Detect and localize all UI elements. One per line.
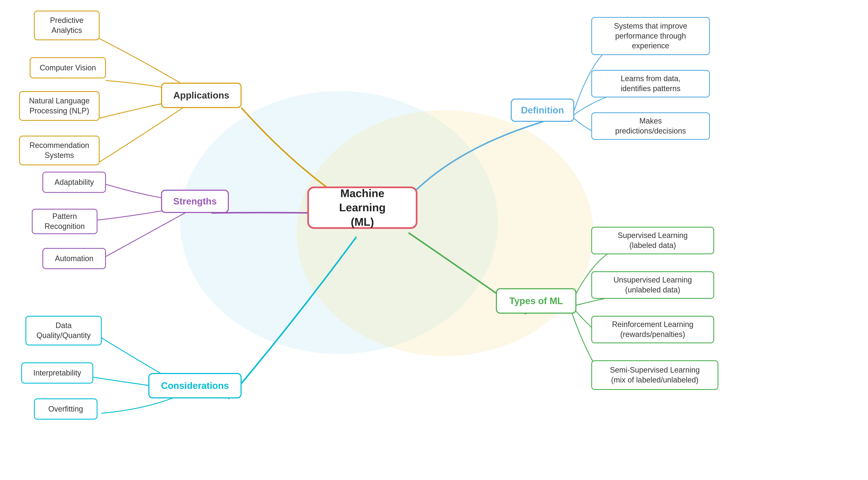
leaf-predictive-analytics: Predictive Analytics <box>34 10 100 40</box>
branch-strengths-label: Strengths <box>173 195 217 207</box>
branch-definition: Definition <box>511 98 574 122</box>
branch-types: Types of ML <box>496 288 577 313</box>
branch-strengths: Strengths <box>161 190 229 213</box>
branch-applications: Applications <box>161 83 242 108</box>
leaf-automation: Automation <box>42 248 106 269</box>
leaf-nlp: Natural Language Processing (NLP) <box>19 91 100 121</box>
center-label: Machine Learning (ML) <box>319 186 405 229</box>
branch-considerations-label: Considerations <box>161 380 229 392</box>
leaf-reinforcement: Reinforcement Learning (rewards/penaltie… <box>591 316 714 343</box>
branch-definition-label: Definition <box>521 104 564 116</box>
branch-considerations: Considerations <box>148 373 242 398</box>
center-node: Machine Learning (ML) <box>307 186 417 229</box>
leaf-supervised: Supervised Learning (labeled data) <box>591 227 714 254</box>
leaf-semi-supervised: Semi-Supervised Learning (mix of labeled… <box>591 360 718 390</box>
leaf-def-2: Learns from data, identifies patterns <box>591 70 710 97</box>
leaf-computer-vision: Computer Vision <box>30 57 106 79</box>
leaf-def-1: Systems that improve performance through… <box>591 17 710 55</box>
leaf-recommendation-systems: Recommendation Systems <box>19 136 100 165</box>
leaf-unsupervised: Unsupervised Learning (unlabeled data) <box>591 271 714 299</box>
leaf-adaptability: Adaptability <box>42 172 106 193</box>
leaf-interpretability: Interpretability <box>21 362 93 384</box>
leaf-data-quality: Data Quality/Quantity <box>25 316 102 346</box>
leaf-overfitting: Overfitting <box>34 398 97 420</box>
branch-applications-label: Applications <box>173 89 229 101</box>
leaf-pattern-recognition: Pattern Recognition <box>32 209 97 234</box>
branch-types-label: Types of ML <box>509 295 563 307</box>
leaf-def-3: Makes predictions/decisions <box>591 112 710 140</box>
svg-point-1 <box>297 110 593 356</box>
